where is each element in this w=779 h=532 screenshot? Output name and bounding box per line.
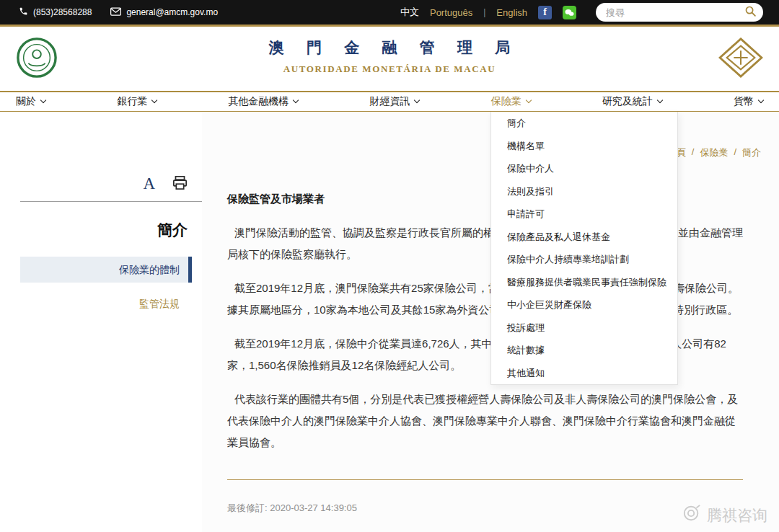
nav-label: 關於 (16, 95, 36, 108)
page-tools: A (20, 175, 202, 192)
dropdown-item-insurance-intermediaries[interactable]: 保險中介人 (491, 157, 677, 180)
watermark: 腾祺咨询 (682, 504, 767, 526)
sidebar-divider (20, 201, 202, 202)
email-icon (110, 7, 121, 18)
nav-item-research-statistics[interactable]: 研究及統計 (602, 95, 662, 108)
breadcrumb: 主頁 / 保險業 / 簡介 (667, 146, 761, 159)
dropdown-item-intro[interactable]: 簡介 (491, 112, 677, 135)
language-link-en[interactable]: English (496, 7, 527, 18)
dropdown-item-medical-liability-insurance[interactable]: 醫療服務提供者職業民事責任強制保險 (491, 271, 677, 294)
chevron-down-icon (151, 97, 157, 103)
search-input[interactable] (596, 3, 763, 22)
watermark-text: 腾祺咨询 (707, 505, 767, 526)
breadcrumb-separator: / (692, 146, 695, 159)
site-title-pt: AUTORIDADE MONETÁRIA DE MACAU (260, 63, 520, 75)
language-link-pt[interactable]: Português (430, 7, 472, 18)
nav-label: 財經資訊 (369, 95, 410, 108)
chevron-down-icon (657, 97, 663, 103)
font-size-button[interactable]: A (143, 175, 155, 192)
dropdown-item-laws-guidelines[interactable]: 法則及指引 (491, 180, 677, 203)
language-separator: | (483, 7, 485, 17)
nav-item-currency[interactable]: 貨幣 (734, 95, 763, 108)
paragraph: 代表該行業的團體共有5個，分別是代表已獲授權經營人壽保險公司及非人壽保險公司的澳… (227, 389, 743, 453)
topbar-right: 中文 Português | English f (400, 3, 763, 22)
phone-contact[interactable]: (853)28568288 (19, 6, 92, 18)
chevron-down-icon (414, 97, 420, 103)
dropdown-item-institutions-list[interactable]: 機構名單 (491, 135, 677, 158)
language-link-zh[interactable]: 中文 (400, 6, 419, 19)
nav-label: 保險業 (491, 95, 521, 108)
dropdown-item-statistics[interactable]: 統計數據 (491, 339, 677, 362)
topbar: (853)28568288 general@amcm.gov.mo 中文 Por… (0, 0, 779, 27)
nav-item-financial-information[interactable]: 財經資訊 (369, 95, 419, 108)
chevron-down-icon (40, 97, 46, 103)
dropdown-item-complaints[interactable]: 投訴處理 (491, 316, 677, 340)
wechat-icon[interactable] (563, 6, 576, 19)
insurance-dropdown-menu: 簡介 機構名單 保險中介人 法則及指引 申請許可 保險產品及私人退休基金 保險中… (490, 112, 678, 385)
last-modified: 最後修訂: 2020-03-27 14:39:05 (227, 502, 743, 515)
lens-icon (682, 504, 701, 526)
masthead: 澳 門 金 融 管 理 局 AUTORIDADE MONETÁRIA DE MA… (0, 27, 779, 91)
chevron-down-icon (525, 97, 531, 103)
nav-item-insurance[interactable]: 保險業 (491, 95, 531, 108)
chevron-down-icon (293, 97, 299, 103)
facebook-icon[interactable]: f (538, 6, 552, 19)
phone-icon (19, 6, 28, 18)
nav-label: 研究及統計 (602, 95, 653, 108)
nav-item-about[interactable]: 關於 (16, 95, 45, 108)
dropdown-item-sme-catastrophe-insurance[interactable]: 中小企巨災財產保險 (491, 293, 677, 316)
nav-label: 其他金融機構 (228, 95, 289, 108)
amcm-logo[interactable] (16, 37, 58, 81)
content-divider (227, 479, 743, 480)
print-button[interactable] (172, 176, 188, 192)
search-button[interactable] (740, 4, 761, 21)
nav-item-banking[interactable]: 銀行業 (117, 95, 157, 108)
breadcrumb-insurance[interactable]: 保險業 (700, 146, 728, 159)
email-address: general@amcm.gov.mo (126, 7, 218, 17)
phone-number: (853)28568288 (33, 7, 92, 17)
dropdown-item-products-pension-funds[interactable]: 保險產品及私人退休基金 (491, 226, 677, 249)
dropdown-item-other-notices[interactable]: 其他通知 (491, 362, 677, 385)
sidebar-item-regulations[interactable]: 監管法規 (20, 298, 202, 311)
sidebar: A 簡介 保險業的體制 監管法規 (20, 112, 202, 532)
site-title-zh: 澳 門 金 融 管 理 局 (260, 37, 520, 58)
sidebar-section-title: 簡介 (20, 220, 202, 240)
search-icon (744, 9, 757, 19)
nav-label: 銀行業 (117, 95, 147, 108)
nav-item-other-financial-institutions[interactable]: 其他金融機構 (228, 95, 298, 108)
dropdown-item-cpd-programme[interactable]: 保險中介人持續專業培訓計劃 (491, 248, 677, 271)
chevron-down-icon (758, 97, 764, 103)
dropdown-item-application-licensing[interactable]: 申請許可 (491, 203, 677, 226)
amcm-gold-emblem-icon (718, 37, 763, 81)
sidebar-item-insurance-system[interactable]: 保險業的體制 (20, 257, 192, 283)
printer-icon (172, 181, 188, 192)
breadcrumb-current: 簡介 (742, 146, 761, 159)
nav-label: 貨幣 (734, 95, 754, 108)
site-title: 澳 門 金 融 管 理 局 AUTORIDADE MONETÁRIA DE MA… (260, 37, 520, 75)
email-contact[interactable]: general@amcm.gov.mo (110, 7, 218, 18)
main-navigation: 關於 銀行業 其他金融機構 財經資訊 保險業 研究及統計 貨幣 (0, 91, 779, 112)
breadcrumb-separator: / (734, 146, 736, 159)
search-box (596, 3, 763, 22)
